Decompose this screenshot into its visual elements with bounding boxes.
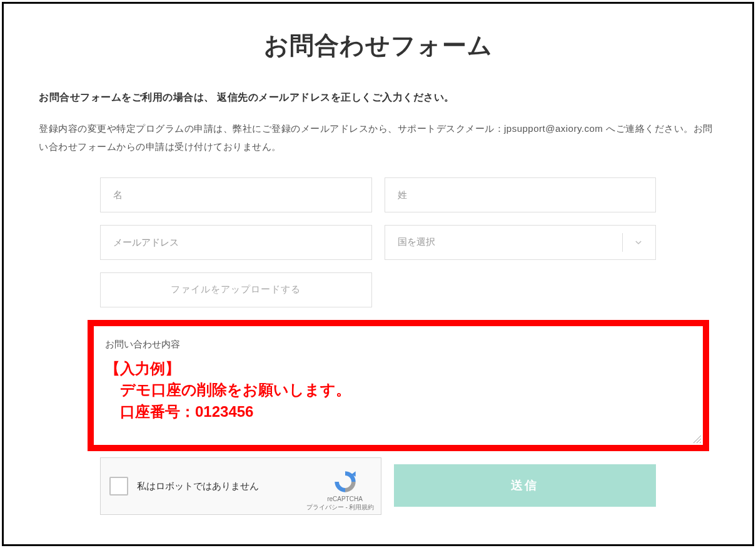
intro-instruction: お問合せフォームをご利用の場合は、 返信先のメールアドレスを正しくご入力ください… [39, 91, 717, 104]
country-select[interactable]: 国を選択 [385, 225, 657, 260]
svg-line-0 [693, 436, 701, 443]
first-name-input[interactable] [100, 177, 372, 212]
name-row [100, 177, 656, 212]
upload-label: ファイルをアップロードする [171, 284, 301, 296]
inquiry-highlight: お問い合わせ内容 【入力例】 デモ口座の削除をお願いします。 口座番号：0123… [88, 320, 709, 451]
footer-row: 私はロボットではありません reCAPTCHA プライバシー - 利用規約 [100, 457, 656, 515]
email-country-row: 国を選択 [100, 225, 656, 260]
submit-button[interactable]: 送信 [394, 464, 657, 507]
recaptcha-checkbox[interactable] [109, 477, 128, 496]
submit-label: 送信 [511, 477, 538, 494]
intro-detail: 登録内容の変更や特定プログラムの申請は、弊社にご登録のメールアドレスから、サポー… [39, 119, 717, 156]
page-title: お問合わせフォーム [39, 29, 717, 62]
inquiry-label: お問い合わせ内容 [105, 339, 692, 351]
last-name-input[interactable] [385, 177, 657, 212]
resize-handle-icon[interactable] [692, 434, 702, 444]
country-placeholder: 国を選択 [398, 236, 435, 248]
file-upload[interactable]: ファイルをアップロードする [100, 272, 372, 307]
recaptcha-label: 私はロボットではありません [137, 479, 318, 492]
upload-row: ファイルをアップロードする [100, 272, 656, 307]
chevron-down-icon [634, 238, 643, 247]
recaptcha-logo-icon [333, 469, 358, 494]
recaptcha-terms[interactable]: プライバシー - 利用規約 [306, 503, 375, 512]
email-input[interactable] [100, 225, 372, 260]
recaptcha-brand-text: reCAPTCHA [327, 496, 363, 502]
inquiry-example: 【入力例】 デモ口座の削除をお願いします。 口座番号：0123456 [105, 358, 692, 423]
recaptcha-widget: 私はロボットではありません reCAPTCHA プライバシー - 利用規約 [100, 457, 381, 515]
svg-line-2 [700, 442, 701, 443]
recaptcha-branding: reCAPTCHA [318, 469, 372, 502]
form-container: 国を選択 ファイルをアップロードする お問い合わせ内容 【入力例】 デモ口 [39, 177, 717, 515]
form-frame: お問合わせフォーム お問合せフォームをご利用の場合は、 返信先のメールアドレスを… [2, 2, 754, 546]
